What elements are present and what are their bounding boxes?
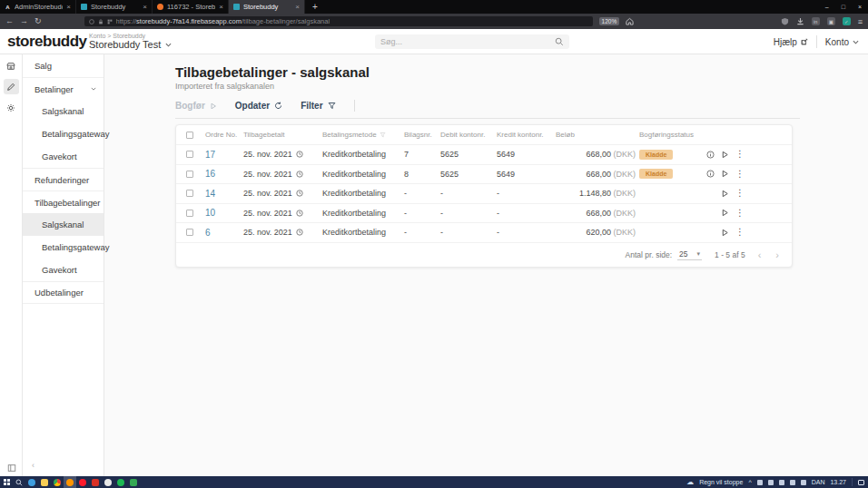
language-indicator[interactable]: DAN <box>812 479 825 485</box>
order-number-link[interactable]: 16 <box>205 169 243 179</box>
store-icon[interactable] <box>4 58 19 73</box>
sidebar-item-betalinger-gateway[interactable]: Betalingsgateway <box>23 122 104 145</box>
row-menu-icon[interactable]: ⋮ <box>735 228 745 237</box>
zoom-level-badge[interactable]: 120% <box>599 17 620 25</box>
select-all-checkbox[interactable] <box>186 132 193 139</box>
bogfoer-button[interactable]: Bogfør <box>175 101 217 111</box>
tray-icon-3[interactable] <box>779 480 784 485</box>
reload-button[interactable]: ↻ <box>35 17 42 25</box>
taskbar-clock[interactable]: 13.27 <box>830 479 846 485</box>
clock-icon[interactable] <box>296 190 303 197</box>
sidebar-item-tilbage-salgskanal[interactable]: Salgskanal <box>23 213 104 236</box>
lock-icon[interactable] <box>98 19 104 24</box>
window-close-button[interactable]: × <box>852 4 868 10</box>
sidebar-collapse-chevron[interactable]: ‹ <box>32 461 35 470</box>
row-checkbox[interactable] <box>186 151 193 158</box>
order-number-link[interactable]: 17 <box>205 150 243 160</box>
opdater-button[interactable]: Opdater <box>235 101 282 111</box>
back-button[interactable]: ← <box>5 17 14 25</box>
post-play-icon[interactable] <box>721 209 729 217</box>
browser-tab-storebuddy-1[interactable]: Storebuddy × <box>76 0 153 14</box>
window-minimize-button[interactable]: – <box>819 4 835 10</box>
tray-icon-1[interactable] <box>757 480 763 485</box>
row-menu-icon[interactable]: ⋮ <box>735 170 745 179</box>
clock-icon[interactable] <box>296 171 303 178</box>
konto-menu[interactable]: Konto <box>825 37 859 47</box>
bookkeeping-pencil-icon[interactable] <box>4 79 19 94</box>
action-center-icon[interactable] <box>858 480 864 485</box>
home-icon[interactable] <box>626 17 634 25</box>
post-play-icon[interactable] <box>721 151 729 159</box>
account-switcher[interactable]: Storebuddy Test <box>89 39 172 50</box>
info-icon[interactable] <box>706 170 715 178</box>
green-extension-icon[interactable]: ✓ <box>843 17 851 25</box>
linkedin-extension-icon[interactable]: in <box>812 17 820 25</box>
order-number-link[interactable]: 10 <box>205 208 243 218</box>
row-checkbox[interactable] <box>186 229 193 236</box>
sidebar-item-tilbage-gavekort[interactable]: Gavekort <box>23 259 104 281</box>
settings-gear-icon[interactable] <box>4 100 19 115</box>
taskbar-firefox-icon-active[interactable] <box>64 476 76 488</box>
taskbar-green-square-app-icon[interactable] <box>127 476 140 488</box>
search-input[interactable] <box>380 37 555 46</box>
storebuddy-logo[interactable]: storebuddy <box>0 33 89 51</box>
tab-close-icon[interactable]: × <box>143 3 147 11</box>
post-play-icon[interactable] <box>721 229 729 237</box>
per-page-select[interactable]: 25 ▾ <box>677 249 702 260</box>
sidebar-item-betalinger[interactable]: Betalinger <box>23 77 104 100</box>
adblock-extension-icon[interactable] <box>781 17 789 25</box>
permissions-icon[interactable] <box>107 19 113 24</box>
post-play-icon[interactable] <box>721 170 729 178</box>
sidebar-item-udbetalinger[interactable]: Udbetalinger <box>23 281 104 304</box>
taskbar-opera-icon[interactable] <box>76 476 89 488</box>
forward-button[interactable]: → <box>20 17 28 25</box>
order-number-link[interactable]: 6 <box>205 228 243 238</box>
global-search[interactable] <box>375 34 569 49</box>
sidebar-item-refunderinger[interactable]: Refunderinger <box>23 168 104 190</box>
row-checkbox[interactable] <box>186 190 193 197</box>
next-page-icon[interactable]: › <box>775 249 779 260</box>
taskbar-edge-icon[interactable] <box>25 476 38 488</box>
row-menu-icon[interactable]: ⋮ <box>735 209 745 218</box>
help-link[interactable]: Hjælp <box>774 37 808 47</box>
address-bar[interactable]: https://storebuddy-7fa14.firebaseapp.com… <box>84 16 593 26</box>
sidebar-item-tilbage-gateway[interactable]: Betalingsgateway <box>23 236 104 259</box>
sidebar-item-salg[interactable]: Salg <box>23 54 104 77</box>
window-maximize-button[interactable]: □ <box>835 4 852 10</box>
info-icon[interactable] <box>706 151 715 159</box>
tray-volume-icon[interactable] <box>790 480 795 485</box>
browser-tab-test[interactable]: 116732 - Storebuddy Test (M... × <box>153 0 229 14</box>
collapse-panel-icon[interactable] <box>7 464 16 473</box>
tab-close-icon[interactable]: × <box>66 3 71 11</box>
sidebar-item-betalinger-salgskanal[interactable]: Salgskanal <box>23 100 104 122</box>
clock-icon[interactable] <box>296 210 303 217</box>
filter-button[interactable]: Filter <box>301 101 335 111</box>
row-checkbox[interactable] <box>186 210 193 217</box>
row-menu-icon[interactable]: ⋮ <box>735 189 745 198</box>
prev-page-icon[interactable]: ‹ <box>758 249 762 260</box>
taskbar-grey-app-icon[interactable] <box>102 476 114 488</box>
search-icon[interactable] <box>555 37 564 46</box>
tab-close-icon[interactable]: × <box>219 3 223 11</box>
taskbar-green-app-icon[interactable] <box>114 476 127 488</box>
browser-tab-storebuddy-active[interactable]: Storebuddy × <box>229 0 305 14</box>
show-hidden-icons-chevron[interactable]: ^ <box>748 479 751 485</box>
clock-icon[interactable] <box>296 151 303 158</box>
weather-text[interactable]: Regn vil stoppe <box>699 479 743 485</box>
taskbar-red-app-icon[interactable] <box>89 476 102 488</box>
order-number-link[interactable]: 14 <box>205 189 243 199</box>
taskbar-chrome-icon[interactable] <box>51 476 64 488</box>
row-checkbox[interactable] <box>186 171 193 178</box>
tracking-shield-icon[interactable] <box>89 19 94 24</box>
post-play-icon[interactable] <box>721 190 729 198</box>
column-filter-icon[interactable] <box>380 132 386 138</box>
browser-tab-admin[interactable]: A AdminStorebuddylo × <box>0 0 76 14</box>
row-menu-icon[interactable]: ⋮ <box>735 150 745 159</box>
sidebar-item-betalinger-gavekort[interactable]: Gavekort <box>23 145 104 168</box>
browser-menu-icon[interactable]: ≡ <box>858 17 863 26</box>
tray-network-icon[interactable] <box>801 480 806 485</box>
sidebar-item-tilbagebetalinger[interactable]: Tilbagebetalinger <box>23 190 104 213</box>
taskbar-explorer-icon[interactable] <box>38 476 51 488</box>
tab-close-icon[interactable]: × <box>295 3 300 11</box>
taskbar-search-icon[interactable] <box>13 476 25 488</box>
